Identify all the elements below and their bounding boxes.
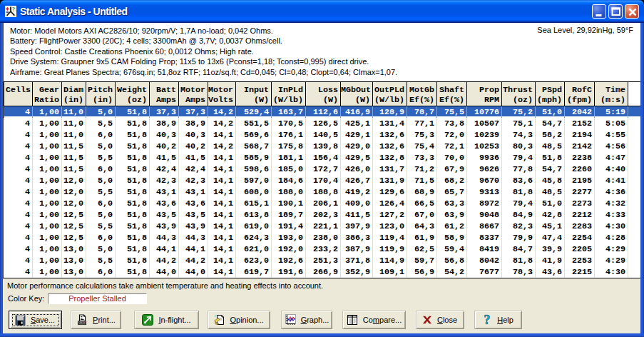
svg-text:?: ? [484,313,491,326]
svg-text:?: ? [12,6,15,13]
